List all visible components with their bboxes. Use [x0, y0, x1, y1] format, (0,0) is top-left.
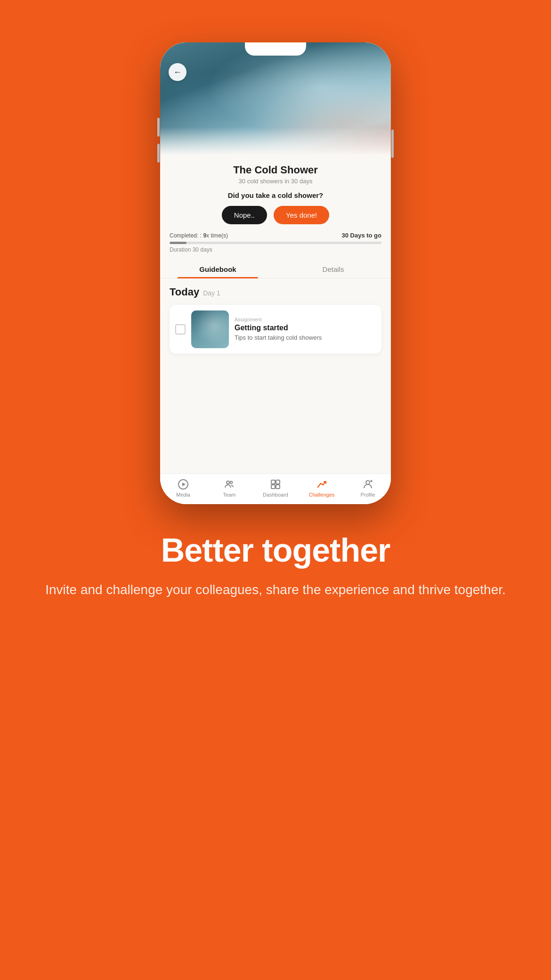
svg-marker-1 — [182, 482, 186, 486]
phone-notch — [245, 42, 306, 56]
phone-screen: ← The Cold Shower 30 cold showers in 30 … — [160, 42, 391, 504]
svg-point-2 — [227, 481, 229, 484]
challenge-header: The Cold Shower 30 cold showers in 30 da… — [160, 155, 391, 224]
hero-image: ← — [160, 42, 391, 155]
team-icon — [224, 479, 235, 490]
days-to-go: 30 Days to go — [341, 232, 381, 239]
profile-icon — [362, 479, 373, 490]
nav-label-media: Media — [176, 492, 190, 498]
challenges-icon — [316, 479, 327, 490]
media-icon — [178, 479, 189, 490]
progress-bar-fill — [170, 242, 186, 244]
duration-text: Duration 30 days — [170, 246, 381, 253]
back-button[interactable]: ← — [169, 63, 186, 81]
action-buttons: Nope.. Yes done! — [170, 206, 381, 224]
progress-section: Completed: : 9x time(s) 30 Days to go Du… — [160, 224, 391, 253]
challenge-question: Did you take a cold shower? — [170, 191, 381, 199]
assignment-info: Assignment Getting started Tips to start… — [235, 317, 376, 342]
nope-button[interactable]: Nope.. — [222, 206, 267, 224]
challenge-subtitle: 30 cold showers in 30 days — [170, 178, 381, 185]
nav-item-challenges[interactable]: Challenges — [299, 479, 345, 498]
progress-count: 9 — [203, 232, 206, 239]
tagline-section: Better together Invite and challenge you… — [17, 532, 534, 600]
nav-label-team: Team — [223, 492, 236, 498]
phone-shell: ← The Cold Shower 30 cold showers in 30 … — [160, 42, 391, 504]
svg-rect-4 — [271, 480, 275, 484]
bottom-nav: Media Team — [160, 474, 391, 504]
progress-label: Completed: : 9x time(s) — [170, 232, 228, 239]
nav-item-team[interactable]: Team — [206, 479, 252, 498]
volume-down-button — [157, 144, 160, 163]
power-button — [391, 130, 394, 158]
progress-info: Completed: : 9x time(s) 30 Days to go — [170, 232, 381, 239]
back-arrow-icon: ← — [173, 68, 182, 76]
guidebook-content: Today Day 1 Assignment Getting started T… — [160, 278, 391, 474]
nav-label-dashboard: Dashboard — [263, 492, 288, 498]
nav-label-challenges: Challenges — [308, 492, 334, 498]
nav-item-dashboard[interactable]: Dashboard — [252, 479, 299, 498]
nav-label-profile: Profile — [360, 492, 375, 498]
tagline-sub: Invite and challenge your colleagues, sh… — [45, 580, 506, 600]
svg-rect-7 — [276, 485, 280, 489]
phone-content: The Cold Shower 30 cold showers in 30 da… — [160, 155, 391, 504]
challenge-title: The Cold Shower — [170, 164, 381, 176]
svg-rect-6 — [271, 485, 275, 489]
progress-bar — [170, 242, 381, 244]
volume-up-button — [157, 118, 160, 137]
today-header: Today Day 1 — [170, 286, 381, 298]
svg-point-8 — [366, 481, 370, 484]
assignment-description: Tips to start taking cold showers — [235, 334, 376, 342]
yes-done-button[interactable]: Yes done! — [274, 206, 329, 224]
nav-item-media[interactable]: Media — [160, 479, 206, 498]
today-label: Today — [170, 286, 199, 298]
phone-mockup: ← The Cold Shower 30 cold showers in 30 … — [160, 42, 391, 504]
day-badge: Day 1 — [203, 289, 220, 297]
assignment-checkbox[interactable] — [175, 324, 186, 335]
tab-details[interactable]: Details — [276, 260, 391, 278]
tagline-main: Better together — [45, 532, 506, 569]
tabs: Guidebook Details — [160, 260, 391, 278]
dashboard-icon — [270, 479, 281, 490]
svg-rect-5 — [276, 480, 280, 484]
nav-item-profile[interactable]: Profile — [345, 479, 391, 498]
assignment-thumbnail — [191, 310, 229, 348]
svg-point-3 — [230, 482, 233, 484]
assignment-tag: Assignment — [235, 317, 376, 322]
tab-guidebook[interactable]: Guidebook — [160, 260, 276, 278]
assignment-title: Getting started — [235, 324, 376, 332]
assignment-card[interactable]: Assignment Getting started Tips to start… — [170, 305, 381, 354]
